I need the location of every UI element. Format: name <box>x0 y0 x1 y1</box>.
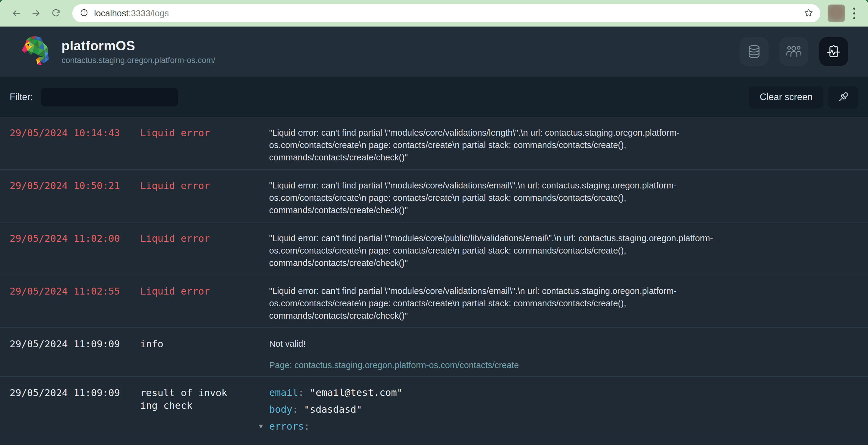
filter-label: Filter: <box>10 92 33 102</box>
avatar-image <box>828 4 845 22</box>
app-header: platformOS contactus.staging.oregon.plat… <box>0 27 868 77</box>
log-time: 29/05/2024 10:14:43 <box>0 127 140 139</box>
json-value: "sdasdasd" <box>304 404 362 415</box>
log-row: 29/05/2024 10:50:21 Liquid error "Liquid… <box>0 170 868 222</box>
json-colon: : <box>298 387 310 398</box>
log-time: 29/05/2024 11:09:09 <box>0 338 140 350</box>
log-message-text: "Liquid error: can't find partial \"modu… <box>269 232 755 269</box>
log-time: 29/05/2024 11:02:55 <box>0 285 140 298</box>
log-message: email: "email@test.com"body: "sdasdasd"▼… <box>269 387 755 432</box>
logs-button[interactable] <box>819 37 848 66</box>
log-level: Liquid error <box>140 285 230 298</box>
forward-button[interactable] <box>28 5 44 22</box>
database-button[interactable] <box>740 37 769 66</box>
browser-menu-button[interactable] <box>848 5 860 22</box>
log-level: Liquid error <box>140 179 230 192</box>
log-level: Liquid error <box>140 127 230 139</box>
log-json-entry: email: "email@test.com" <box>269 387 755 398</box>
json-key: email <box>269 387 298 398</box>
clear-screen-button[interactable]: Clear screen <box>749 86 824 109</box>
json-key: errors <box>269 420 304 432</box>
log-message-text: "Liquid error: can't find partial \"modu… <box>269 179 755 216</box>
toolbar-actions: Clear screen <box>749 86 858 109</box>
users-button[interactable] <box>779 37 808 66</box>
log-time: 29/05/2024 11:02:00 <box>0 232 140 245</box>
database-icon <box>746 43 763 60</box>
pin-button[interactable] <box>828 86 858 109</box>
log-page-link[interactable]: Page: contactus.staging.oregon.platform-… <box>269 359 755 371</box>
bookmark-star-icon[interactable] <box>803 7 814 20</box>
log-row: 29/05/2024 11:02:00 Liquid error "Liquid… <box>0 222 868 275</box>
json-value: "email@test.com" <box>310 387 403 398</box>
filter-input[interactable] <box>41 88 178 107</box>
log-level: info <box>140 338 230 350</box>
platformos-gui: platformOS contactus.staging.oregon.plat… <box>0 27 868 445</box>
site-info-icon[interactable] <box>79 7 90 20</box>
log-row: 29/05/2024 10:14:43 Liquid error "Liquid… <box>0 117 868 170</box>
profile-avatar[interactable] <box>828 4 845 22</box>
log-message: "Liquid error: can't find partial \"modu… <box>269 232 755 269</box>
json-colon: : <box>304 420 310 432</box>
pushpin-icon <box>835 89 851 105</box>
browser-chrome: localhost:3333/logs <box>0 0 868 27</box>
logs-activity-icon <box>825 43 842 60</box>
back-button[interactable] <box>8 5 25 22</box>
log-message-text: Not valid! <box>269 338 755 350</box>
instance-url: contactus.staging.oregon.platform-os.com… <box>61 56 215 65</box>
log-message: "Liquid error: can't find partial \"modu… <box>269 285 755 322</box>
back-arrow-icon <box>10 7 22 19</box>
logs-toolbar: Filter: Clear screen <box>0 77 868 117</box>
users-icon <box>785 43 802 60</box>
log-level: Liquid error <box>140 232 230 245</box>
platformos-chameleon-logo <box>20 34 51 69</box>
log-table: 29/05/2024 10:14:43 Liquid error "Liquid… <box>0 117 868 445</box>
json-key: body <box>269 404 292 415</box>
log-message: "Liquid error: can't find partial \"modu… <box>269 179 755 216</box>
log-message: Not valid!Page: contactus.staging.oregon… <box>269 338 755 371</box>
address-bar[interactable]: localhost:3333/logs <box>72 4 820 22</box>
log-json-entry: body: "sdasdasd" <box>269 404 755 415</box>
header-actions <box>740 37 848 66</box>
log-row: 29/05/2024 11:09:09 info Not valid!Page:… <box>0 328 868 377</box>
log-json-tree-node[interactable]: ▼errors: <box>259 420 755 432</box>
brand-block: platformOS contactus.staging.oregon.plat… <box>61 38 215 65</box>
log-row: 29/05/2024 11:02:55 Liquid error "Liquid… <box>0 275 868 328</box>
log-level: result of invoking check <box>140 387 230 412</box>
json-colon: : <box>292 404 304 415</box>
reload-button[interactable] <box>48 5 64 22</box>
forward-arrow-icon <box>30 7 42 19</box>
log-message-text: "Liquid error: can't find partial \"modu… <box>269 285 755 322</box>
url-text: localhost:3333/logs <box>94 8 169 19</box>
brand-name: platformOS <box>61 38 215 53</box>
log-time: 29/05/2024 11:09:09 <box>0 387 140 399</box>
reload-icon <box>50 7 62 19</box>
tree-expand-caret-icon[interactable]: ▼ <box>259 420 269 432</box>
log-time: 29/05/2024 10:50:21 <box>0 179 140 192</box>
log-message: "Liquid error: can't find partial \"modu… <box>269 127 755 164</box>
log-message-text: "Liquid error: can't find partial \"modu… <box>269 127 755 164</box>
log-row: 29/05/2024 11:09:09 result of invoking c… <box>0 377 868 438</box>
